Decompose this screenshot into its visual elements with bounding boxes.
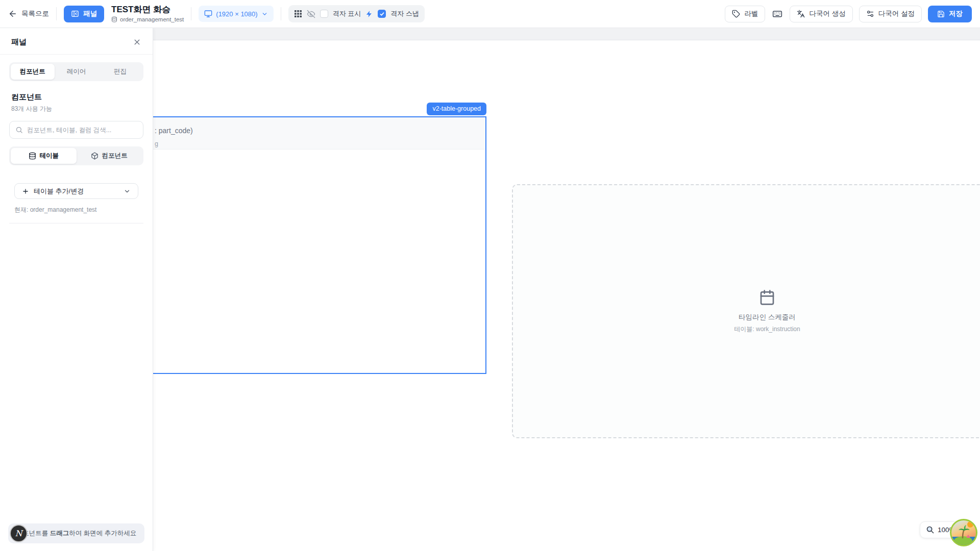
grid-show-label: 격자 표시	[333, 9, 361, 18]
monitor-icon	[204, 10, 212, 18]
island-avatar-badge[interactable]	[949, 518, 978, 547]
back-to-list-button[interactable]: 목록으로	[8, 9, 49, 18]
panel-toggle-label: 패널	[83, 9, 97, 18]
database-icon	[111, 16, 117, 22]
screen-title-block: TEST화면 화승 order_management_test	[111, 5, 184, 22]
top-toolbar: 목록으로 패널 TEST화면 화승 order_management_test …	[0, 0, 980, 28]
i18n-settings-button[interactable]: 다국어 설정	[859, 6, 922, 22]
panel-left-icon	[71, 10, 79, 18]
grid-snap-label: 격자 스냅	[390, 9, 419, 18]
tab-components[interactable]: 컴포넌트	[11, 64, 55, 80]
keyboard-icon	[772, 9, 782, 19]
magnifier-icon	[926, 525, 935, 534]
chevron-down-icon	[261, 11, 268, 17]
grid-icon	[294, 10, 302, 18]
lightning-icon	[365, 10, 373, 18]
toolbar-divider	[56, 7, 57, 20]
panel-header: 패널	[0, 28, 153, 55]
screen-size-label: (980 × 551)	[216, 10, 257, 18]
tab-layers[interactable]: 레이어	[55, 64, 99, 80]
collaborator-cursor-badge: N	[10, 524, 28, 542]
eye-off-icon	[307, 10, 315, 18]
arrow-left-icon	[8, 9, 17, 18]
save-icon	[937, 10, 945, 18]
i18n-generate-label: 다국어 생성	[809, 9, 845, 18]
toggle-components[interactable]: 컴포넌트	[77, 148, 142, 164]
drag-hint-bar: 컴포넌트를 드래그하여 화면에 추가하세요 N	[8, 523, 144, 543]
components-section-header: 컴포넌트 83개 사용 가능	[11, 92, 141, 113]
bound-table-name: order_management_test	[120, 16, 184, 22]
drag-hint-suffix: 하여 화면에 추가하세요	[69, 530, 136, 537]
languages-icon	[797, 10, 805, 18]
tag-icon	[732, 10, 740, 18]
drag-hint-bold: 드래그	[50, 530, 69, 537]
keyboard-shortcuts-button[interactable]	[771, 8, 783, 20]
selected-component-tag: v2-table-grouped	[427, 103, 486, 115]
source-toggle: 테이블 컴포넌트	[9, 146, 143, 165]
toggle-tables[interactable]: 테이블	[11, 148, 77, 164]
panel-tabs: 컴포넌트 레이어 편집	[9, 62, 143, 81]
toggle-components-label: 컴포넌트	[102, 152, 128, 160]
components-count: 83개 사용 가능	[11, 105, 141, 113]
plus-icon	[22, 188, 29, 195]
tab-edit[interactable]: 편집	[98, 64, 142, 80]
placeholder-subtitle: 테이블: work_instruction	[734, 325, 800, 334]
save-button[interactable]: 저장	[928, 6, 972, 22]
back-to-list-label: 목록으로	[21, 9, 49, 18]
search-icon	[15, 126, 23, 134]
components-section-title: 컴포넌트	[11, 92, 141, 102]
close-icon	[133, 38, 141, 46]
box-icon	[91, 152, 99, 160]
panel-empty-area	[0, 223, 153, 523]
add-table-dropdown[interactable]: 테이블 추가/변경	[14, 183, 138, 199]
save-button-label: 저장	[949, 9, 963, 18]
label-button[interactable]: 라벨	[725, 6, 765, 22]
current-table-label: 현재: order_management_test	[14, 206, 138, 214]
component-search-box	[9, 121, 143, 139]
grid-snap-checkbox[interactable]	[378, 10, 386, 18]
screen-size-dropdown[interactable]: (980 × 551)	[199, 6, 273, 22]
left-panel: 패널 컴포넌트 레이어 편집 컴포넌트 83개 사용 가능 테이블	[0, 28, 153, 551]
chevron-down-icon	[124, 188, 131, 195]
panel-toggle-button[interactable]: 패널	[64, 6, 104, 22]
toolbar-divider	[281, 7, 281, 20]
calendar-icon	[759, 289, 775, 306]
toggle-tables-label: 테이블	[40, 152, 59, 160]
add-table-label: 테이블 추가/변경	[34, 187, 84, 196]
placeholder-title: 타임라인 스케줄러	[739, 313, 796, 322]
toolbar-left-group: 목록으로 패널 TEST화면 화승 order_management_test …	[8, 5, 425, 22]
toolbar-right-group: 라벨 다국어 생성 다국어 설정 저장	[725, 6, 972, 22]
grid-show-checkbox[interactable]	[320, 10, 328, 18]
timeline-scheduler-placeholder[interactable]: 타임라인 스케줄러 테이블: work_instruction	[512, 184, 980, 438]
table-component-title-fragment: : part_code)	[155, 127, 193, 135]
database-icon	[29, 152, 36, 160]
table-component-subtitle-fragment: g	[155, 140, 158, 147]
page-title: TEST화면 화승	[111, 5, 184, 15]
panel-title: 패널	[11, 37, 27, 47]
i18n-settings-label: 다국어 설정	[878, 9, 915, 18]
i18n-generate-button[interactable]: 다국어 생성	[790, 6, 852, 22]
page-subtitle: order_management_test	[111, 16, 184, 22]
grid-controls-group: 격자 표시 격자 스냅	[288, 5, 425, 22]
panel-close-button[interactable]	[132, 37, 142, 47]
sliders-icon	[866, 10, 874, 18]
label-button-text: 라벨	[744, 9, 758, 18]
toolbar-divider	[191, 7, 191, 20]
search-input[interactable]	[27, 127, 137, 134]
